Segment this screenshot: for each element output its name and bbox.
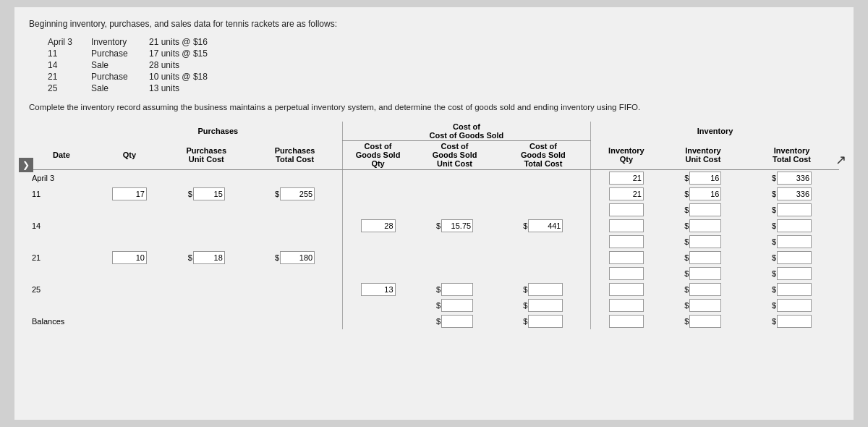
purchases-unit-input[interactable] xyxy=(193,187,225,200)
purchases-qty-cell[interactable] xyxy=(94,186,165,202)
cogs-total-cell[interactable]: $ xyxy=(496,282,591,297)
cogs-total-cell[interactable]: $ xyxy=(496,313,591,329)
inv-total-input[interactable] xyxy=(777,172,812,185)
dollar-sign-icon: $ xyxy=(772,285,776,294)
inv-unit-input[interactable] xyxy=(689,187,721,200)
inv-total-input[interactable] xyxy=(777,203,812,216)
inv-total-cell[interactable]: $ xyxy=(744,218,839,234)
inv-qty-cell[interactable] xyxy=(591,250,662,266)
cogs-total-cell[interactable]: $ xyxy=(496,218,591,234)
inv-qty-cell[interactable] xyxy=(591,297,662,313)
inv-total-cell[interactable]: $ xyxy=(744,297,839,313)
purchases-qty-input[interactable] xyxy=(112,187,147,200)
inv-qty-input[interactable] xyxy=(609,203,644,216)
inv-unit-cell[interactable]: $ xyxy=(662,186,744,202)
cogs-unit-empty[interactable]: $ xyxy=(413,282,495,297)
cogs-qty-cell[interactable] xyxy=(342,282,413,297)
inv-unit-input[interactable] xyxy=(689,203,721,216)
inv-qty-cell[interactable] xyxy=(591,282,662,297)
cogs-unit-input[interactable] xyxy=(441,219,473,232)
inv-unit-cell[interactable]: $ xyxy=(662,282,744,297)
cogs-qty-cell[interactable] xyxy=(342,218,413,234)
inv-total-input[interactable] xyxy=(777,187,812,200)
cogs-unit-input[interactable] xyxy=(441,315,473,328)
inv-unit-cell[interactable]: $ xyxy=(662,250,744,266)
inv-total-cell[interactable]: $ xyxy=(744,170,839,186)
purchases-total-cell[interactable]: $ xyxy=(247,250,342,266)
inv-qty-input[interactable] xyxy=(609,172,644,185)
inv-unit-input[interactable] xyxy=(689,172,721,185)
inv-unit-input[interactable] xyxy=(689,267,721,280)
cogs-total-input[interactable] xyxy=(528,219,563,232)
cogs-total-input[interactable] xyxy=(528,299,563,312)
inv-qty-cell[interactable] xyxy=(591,266,662,282)
purchases-total-cell[interactable]: $ xyxy=(247,186,342,202)
inv-total-input[interactable] xyxy=(777,219,812,232)
cogs-unit-input[interactable] xyxy=(441,283,473,296)
inv-unit-cell[interactable]: $ xyxy=(662,313,744,329)
purchases-unit-cell[interactable]: $ xyxy=(165,250,247,266)
inv-unit-cell[interactable]: $ xyxy=(662,202,744,218)
pur-unit-empty xyxy=(165,266,247,282)
inv-unit-input[interactable] xyxy=(689,251,721,264)
inv-qty-input[interactable] xyxy=(609,299,644,312)
inv-total-input[interactable] xyxy=(777,235,812,248)
inv-qty-cell[interactable] xyxy=(591,202,662,218)
inv-unit-input[interactable] xyxy=(689,235,721,248)
inv-total-input[interactable] xyxy=(777,315,812,328)
inv-total-input[interactable] xyxy=(777,251,812,264)
inv-unit-cell[interactable]: $ xyxy=(662,218,744,234)
inv-unit-input[interactable] xyxy=(689,219,721,232)
row-col2: Sale xyxy=(87,59,145,71)
dollar-sign-icon: $ xyxy=(684,317,689,326)
purchases-total-input[interactable] xyxy=(280,251,315,264)
cogs-unit-cell[interactable]: $ xyxy=(413,218,495,234)
cogs-qty-input[interactable] xyxy=(361,219,396,232)
purchases-unit-cell[interactable]: $ xyxy=(165,186,247,202)
inv-total-cell[interactable]: $ xyxy=(744,313,839,329)
cogs-unit-empty[interactable]: $ xyxy=(413,297,495,313)
inv-qty-input[interactable] xyxy=(609,187,644,200)
inv-qty-input[interactable] xyxy=(609,283,644,296)
cogs-total-cell[interactable]: $ xyxy=(496,297,591,313)
inv-total-input[interactable] xyxy=(777,299,812,312)
inv-unit-cell[interactable]: $ xyxy=(662,266,744,282)
nav-arrow-button[interactable]: ❯ xyxy=(19,158,33,172)
inv-total-input[interactable] xyxy=(777,283,812,296)
inv-total-cell[interactable]: $ xyxy=(744,250,839,266)
inv-unit-cell[interactable]: $ xyxy=(662,297,744,313)
inv-unit-input[interactable] xyxy=(689,299,721,312)
purchases-qty-cell[interactable] xyxy=(94,250,165,266)
cogs-total-input[interactable] xyxy=(528,315,563,328)
cogs-unit-input[interactable] xyxy=(441,299,473,312)
purchases-unit-input[interactable] xyxy=(193,251,225,264)
inv-total-cell[interactable]: $ xyxy=(744,186,839,202)
inv-total-input[interactable] xyxy=(777,267,812,280)
inv-total-cell[interactable]: $ xyxy=(744,234,839,250)
inv-qty-input[interactable] xyxy=(609,267,644,280)
inv-qty-input[interactable] xyxy=(609,251,644,264)
cogs-unit-empty xyxy=(413,250,495,266)
table-row: $$ xyxy=(29,266,839,282)
purchases-total-input[interactable] xyxy=(280,187,315,200)
inv-unit-cell[interactable]: $ xyxy=(662,170,744,186)
inv-unit-input[interactable] xyxy=(689,315,721,328)
inv-qty-input[interactable] xyxy=(609,235,644,248)
dollar-sign-icon: $ xyxy=(684,253,689,262)
inv-total-cell[interactable]: $ xyxy=(744,202,839,218)
inv-total-cell[interactable]: $ xyxy=(744,266,839,282)
inv-qty-cell[interactable] xyxy=(591,170,662,186)
cogs-unit-empty[interactable]: $ xyxy=(413,313,495,329)
cogs-qty-input[interactable] xyxy=(361,283,396,296)
inv-unit-input[interactable] xyxy=(689,283,721,296)
inv-qty-input[interactable] xyxy=(609,315,644,328)
cogs-total-input[interactable] xyxy=(528,283,563,296)
inv-total-cell[interactable]: $ xyxy=(744,282,839,297)
inv-qty-cell[interactable] xyxy=(591,313,662,329)
inv-qty-input[interactable] xyxy=(609,219,644,232)
inv-qty-cell[interactable] xyxy=(591,218,662,234)
purchases-qty-input[interactable] xyxy=(112,251,147,264)
inv-unit-cell[interactable]: $ xyxy=(662,234,744,250)
inv-qty-cell[interactable] xyxy=(591,234,662,250)
inv-qty-cell[interactable] xyxy=(591,186,662,202)
